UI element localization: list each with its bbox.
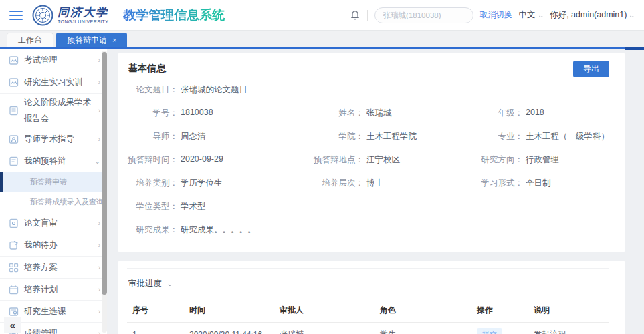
university-name-cn: 同济大学 (58, 7, 108, 18)
chevron-right-icon: › (98, 286, 100, 293)
approval-table: 序号 时间 审批人 角色 操作 说明 1 2020/09/30 11:44:16… (127, 300, 609, 334)
field-degree-type: 学位类型 学术型 (127, 201, 609, 215)
basic-info-title: 基本信息 (127, 63, 609, 75)
document-gear-icon (9, 307, 19, 317)
sidebar-scrollbar-thumb[interactable] (102, 52, 107, 295)
cell-note: 发起流程 (528, 323, 609, 334)
tab-workbench[interactable]: 工作台 (7, 33, 53, 47)
chevron-right-icon: › (98, 308, 100, 315)
cell-role: 学生 (374, 323, 471, 334)
tongji-seal-icon (32, 5, 53, 26)
chevron-right-icon: › (98, 264, 100, 271)
field-college: 学院 土木工程学院 (313, 131, 472, 145)
field-training-level: 培养层次 博士 (313, 178, 472, 192)
chevron-right-icon: › (98, 79, 100, 86)
main-content: 基本信息 导出 论文题目 张瑞城的论文题目 学号 1810038 姓名 张瑞城 … (107, 49, 644, 334)
field-training-category: 培养类别 学历学位生 (127, 178, 313, 192)
document-icon (9, 156, 19, 166)
app-header: 同济大学 TONGJI UNIVERSITY 教学管理信息系统 取消切换 中文 … (0, 0, 644, 30)
divider (127, 268, 609, 269)
field-supervisor: 导师 周念清 (127, 131, 313, 145)
field-major: 专业 土木工程（一级学科） (472, 131, 609, 145)
document-icon (9, 55, 19, 65)
document-icon (9, 218, 19, 228)
field-pre-defense-location: 预答辩地点 江宁校区 (313, 154, 472, 168)
sidebar-subitem-pre-defense-application[interactable]: 预答辩申请 (0, 172, 107, 192)
close-icon[interactable]: × (112, 36, 116, 44)
field-study-mode: 学习形式 全日制 (472, 178, 609, 192)
approval-progress-toggle[interactable]: 审批进度 ⌄ (127, 278, 609, 289)
field-pre-defense-time: 预答辩时间 2020-09-29 (127, 154, 313, 168)
sidebar-item-intern-training[interactable]: 研究生实习实训 › (0, 71, 107, 94)
chevron-right-icon: › (98, 136, 100, 143)
chevron-down-icon: ⌄ (629, 12, 636, 19)
sidebar-item-training-program[interactable]: 培养方案 › (0, 257, 107, 279)
sidebar-item-blind-review[interactable]: 论文盲审 › (0, 212, 107, 234)
sidebar-item-my-todo[interactable]: 我的待办 › (0, 234, 107, 257)
person-document-icon (9, 134, 19, 144)
field-thesis-title: 论文题目 张瑞城的论文题目 (127, 84, 609, 98)
field-student-id: 学号 1810038 (127, 108, 313, 122)
cell-approver: 张瑞城 (274, 323, 374, 334)
sidebar-subitem-pre-defense-score-entry[interactable]: 预答辩成绩录入及查询 (0, 192, 107, 212)
calendar-icon (9, 285, 19, 295)
sidebar-item-my-pre-defense[interactable]: 我的预答辩 ⌄ (0, 150, 107, 172)
document-icon (9, 77, 19, 88)
chevron-right-icon: › (98, 57, 100, 64)
field-research-direction: 研究方向 行政管理 (472, 154, 609, 168)
menu-toggle-icon[interactable] (9, 8, 23, 23)
sidebar-item-thesis-stage-report[interactable]: 论文阶段成果学术报告会 › (0, 94, 107, 128)
export-button[interactable]: 导出 (573, 61, 609, 77)
notification-bell-icon[interactable] (350, 10, 360, 21)
basic-info-card: 基本信息 导出 论文题目 张瑞城的论文题目 学号 1810038 姓名 张瑞城 … (118, 53, 625, 252)
cancel-switch-link[interactable]: 取消切换 (480, 9, 512, 21)
header-divider (367, 10, 368, 21)
grid-icon (9, 263, 19, 273)
chevron-down-icon: ⌄ (95, 158, 100, 165)
col-header-action: 操作 (471, 300, 528, 323)
cell-time: 2020/09/30 11:44:16 (184, 323, 274, 334)
sidebar-scrollbar-track (102, 51, 107, 333)
university-logo: 同济大学 TONGJI UNIVERSITY (32, 5, 108, 26)
user-menu[interactable]: 你好, admin(admin1) ⌄ (550, 9, 635, 21)
field-research-achievements: 研究成果 研究成果。。。。。 (127, 224, 609, 238)
sidebar: 考试管理 › 研究生实习实训 › 论文阶段成果学术报告会 › 导师学术指导 › … (0, 49, 107, 334)
sidebar-collapse-icon[interactable]: « (4, 317, 21, 333)
cell-seq: 1 (127, 323, 184, 334)
tab-pre-defense-application[interactable]: 预答辩申请 × (56, 33, 127, 47)
document-icon (9, 106, 19, 116)
col-header-seq: 序号 (127, 300, 184, 323)
chevron-right-icon: › (98, 330, 100, 334)
chevron-right-icon: › (98, 220, 100, 227)
col-header-note: 说明 (528, 300, 609, 323)
chevron-right-icon: › (98, 242, 100, 249)
horizontal-scrollbar-thumb[interactable] (625, 47, 644, 50)
col-header-time: 时间 (184, 300, 274, 323)
sidebar-item-mentor-guidance[interactable]: 导师学术指导 › (0, 128, 107, 150)
field-name: 姓名 张瑞城 (313, 108, 472, 122)
language-select[interactable]: 中文 ⌄ (519, 9, 544, 21)
tab-bar: 工作台 预答辩申请 × (0, 30, 644, 47)
app-title: 教学管理信息系统 (123, 7, 225, 24)
sidebar-item-exam-management[interactable]: 考试管理 › (0, 49, 107, 71)
chevron-down-icon: ⌄ (166, 281, 173, 287)
university-name-en: TONGJI UNIVERSITY (58, 19, 108, 24)
col-header-approver: 审批人 (274, 300, 374, 323)
action-submit-tag: 提交 (477, 328, 502, 334)
chevron-right-icon: › (98, 107, 100, 114)
edit-document-icon (9, 240, 19, 251)
cell-action: 提交 (471, 323, 528, 334)
sidebar-item-training-plan[interactable]: 培养计划 › (0, 279, 107, 301)
chevron-down-icon: ⌄ (537, 12, 544, 19)
field-grade-year: 年级 2018 (472, 108, 609, 122)
col-header-role: 角色 (374, 300, 471, 323)
user-switch-input[interactable] (374, 7, 473, 23)
approval-progress-card: 审批进度 ⌄ 序号 时间 审批人 角色 操作 说明 1 2020/09/30 1… (118, 261, 625, 334)
